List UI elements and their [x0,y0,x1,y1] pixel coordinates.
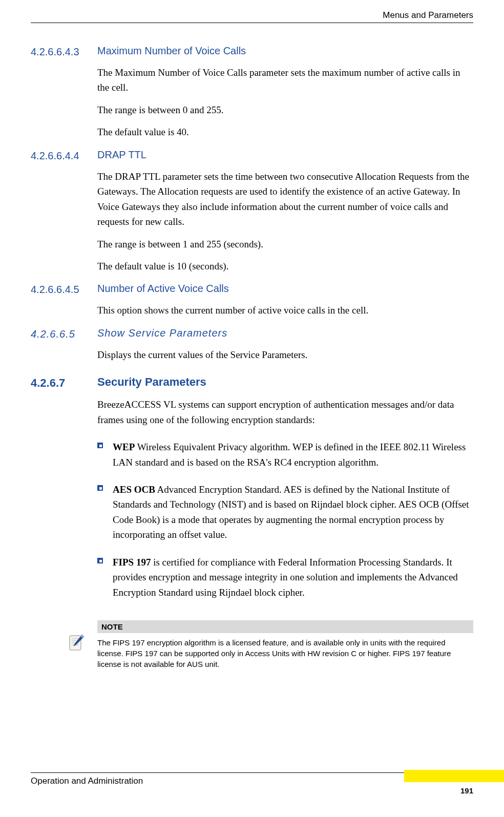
paragraph: BreezeACCESS VL systems can support encr… [97,397,473,427]
bullet-bold: AES OCB [113,484,155,495]
pencil-note-icon [67,633,87,653]
bullet-item: WEP Wireless Equivalent Privacy algorith… [97,439,473,470]
header-right-text: Menus and Parameters [31,10,473,23]
section-heading: 4.2.6.7 Security Parameters [31,375,473,390]
section-title: Security Parameters [97,375,206,388]
page-footer: Operation and Administration 191 [0,772,504,802]
section-title: Number of Active Voice Calls [97,283,229,294]
bullet-text: WEP Wireless Equivalent Privacy algorith… [113,439,473,470]
bullet-bold: WEP [113,442,135,452]
footer-right: 191 [404,776,473,802]
page-content: 4.2.6.6.4.3 Maximum Number of Voice Call… [0,36,504,669]
section-number: 4.2.6.6.4.3 [31,46,79,57]
yellow-bar [404,770,504,782]
paragraph: The default value is 40. [97,124,473,139]
bullet-icon [97,439,113,448]
section-heading: 4.2.6.6.4.5 Number of Active Voice Calls [31,283,473,296]
bullet-icon [97,555,113,563]
section-title: Maximum Number of Voice Calls [97,45,246,56]
section-number: 4.2.6.6.4.4 [31,150,79,161]
footer-rule [31,772,410,773]
section-heading: 4.2.6.6.4.4 DRAP TTL [31,149,473,162]
note-content: NOTE The FIPS 197 encryption algorithm i… [97,620,473,669]
section-title: Show Service Parameters [97,327,227,339]
section-number: 4.2.6.7 [31,376,65,389]
bullet-item: AES OCB Advanced Encryption Standard. AE… [97,482,473,542]
note-box: NOTE The FIPS 197 encryption algorithm i… [31,620,473,669]
section-heading: 4.2.6.6.5 Show Service Parameters [31,327,473,340]
section-number: 4.2.6.6.4.5 [31,284,79,295]
paragraph: The range is between 0 and 255. [97,102,473,117]
note-label: NOTE [97,620,473,633]
paragraph: The Maximum Number of Voice Calls parame… [97,65,473,95]
header-rule [31,23,473,23]
bullet-text: FIPS 197 is certified for compliance wit… [113,555,473,600]
bullet-item: FIPS 197 is certified for compliance wit… [97,555,473,600]
section-number: 4.2.6.6.5 [31,328,75,340]
section-heading: 4.2.6.6.4.3 Maximum Number of Voice Call… [31,45,473,58]
bullet-icon [97,482,113,491]
section-title: DRAP TTL [97,149,146,160]
paragraph: This option shows the current number of … [97,303,473,318]
bullet-text: AES OCB Advanced Encryption Standard. AE… [113,482,473,542]
bullet-rest: Advanced Encryption Standard. AES is def… [113,484,469,540]
note-icon-cell [31,620,97,653]
note-body: The FIPS 197 encryption algorithm is a l… [97,633,473,669]
bullet-bold: FIPS 197 [113,557,151,568]
page-header: Menus and Parameters [0,10,504,23]
bullet-rest: is certified for compliance with Federal… [113,557,458,598]
paragraph: The DRAP TTL parameter sets the time bet… [97,169,473,229]
paragraph: The range is between 1 and 255 (seconds)… [97,237,473,252]
paragraph: Displays the current values of the Servi… [97,347,473,362]
footer-left-text: Operation and Administration [31,776,143,786]
page-number: 191 [460,786,473,795]
bullet-rest: Wireless Equivalent Privacy algorithm. W… [113,442,466,467]
paragraph: The default value is 10 (seconds). [97,259,473,274]
